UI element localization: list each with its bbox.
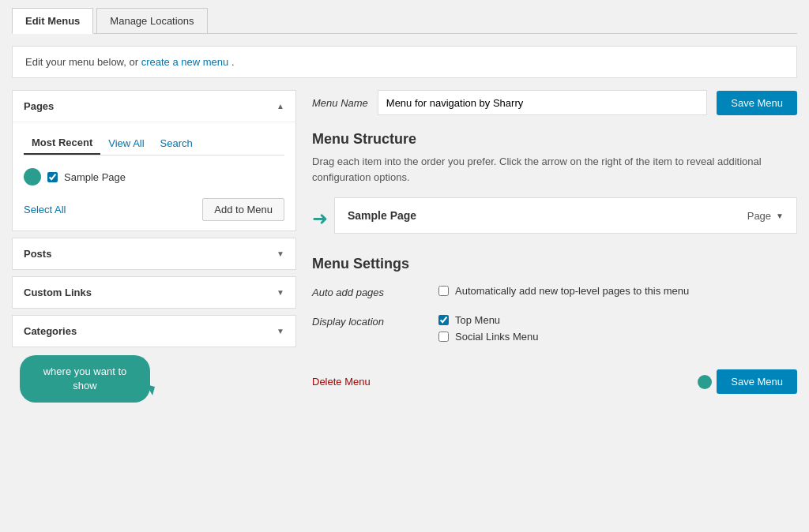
save-menu-button-top[interactable]: Save Menu [717, 91, 797, 115]
auto-add-pages-row: Auto add pages Automatically add new top… [312, 279, 797, 308]
main-content: Pages ▲ Most Recent View All Search Samp… [12, 90, 797, 434]
top-menu-row: Top Menu [438, 314, 797, 326]
select-all-link[interactable]: Select All [24, 204, 66, 215]
pages-sub-tabs: Most Recent View All Search [24, 132, 284, 155]
display-location-row: Display location Top Menu Social Links M… [312, 308, 797, 354]
custom-links-title: Custom Links [24, 287, 92, 298]
right-panel: Menu Name Save Menu Menu Structure Drag … [312, 90, 797, 402]
menu-item-container: ➜ Sample Page Page ▼ [312, 197, 797, 240]
menu-item-type-label: Page [747, 210, 771, 222]
delete-menu-link[interactable]: Delete Menu [312, 376, 371, 388]
notice-text: Edit your menu below, or [25, 56, 141, 68]
bottom-row: Delete Menu Save Menu [312, 369, 797, 402]
social-links-row: Social Links Menu [438, 331, 797, 343]
pages-accordion-body: Most Recent View All Search Sample Page … [13, 122, 295, 230]
bottom-annotation-area: where you want toshow [12, 355, 296, 434]
categories-section: Categories ▼ [12, 315, 296, 347]
top-menu-checkbox[interactable] [438, 315, 449, 325]
notice-bar: Edit your menu below, or create a new me… [12, 46, 797, 78]
menu-structure-desc: Drag each item into the order you prefer… [312, 154, 797, 185]
top-menu-label: Top Menu [455, 314, 500, 326]
sample-page-checkbox[interactable] [47, 172, 58, 182]
auto-add-label: Auto add pages [312, 285, 423, 298]
posts-accordion-header[interactable]: Posts ▼ [13, 238, 295, 269]
menu-structure-title: Menu Structure [312, 131, 797, 148]
sample-page-menu-item[interactable]: Sample Page Page ▼ [334, 197, 797, 234]
menu-settings-section: Menu Settings Auto add pages Automatical… [312, 256, 797, 354]
pages-footer: Select All Add to Menu [24, 198, 284, 221]
left-panel: Pages ▲ Most Recent View All Search Samp… [12, 90, 296, 434]
menu-name-input[interactable] [378, 90, 707, 115]
cursor-indicator [24, 168, 41, 185]
display-location-content: Top Menu Social Links Menu [438, 314, 797, 347]
auto-add-content: Automatically add new top-level pages to… [438, 285, 797, 302]
tab-search[interactable]: Search [152, 132, 201, 155]
tooltip-text: where you want toshow [43, 365, 127, 392]
pages-chevron-icon: ▲ [277, 102, 284, 111]
sample-page-row: Sample Page [24, 165, 284, 189]
auto-add-checkbox-row: Automatically add new top-level pages to… [438, 285, 797, 297]
posts-chevron-icon: ▼ [277, 249, 284, 258]
pages-section: Pages ▲ Most Recent View All Search Samp… [12, 90, 296, 231]
menu-item-type: Page ▼ [747, 210, 784, 222]
categories-title: Categories [24, 325, 77, 337]
categories-accordion-header[interactable]: Categories ▼ [13, 316, 295, 347]
menu-name-row: Menu Name Save Menu [312, 90, 797, 115]
save-bottom-area: Save Menu [698, 369, 797, 394]
notice-suffix: . [231, 56, 235, 68]
menu-item-chevron-icon[interactable]: ▼ [776, 212, 784, 220]
custom-links-chevron-icon: ▼ [277, 288, 284, 297]
auto-add-description: Automatically add new top-level pages to… [455, 285, 689, 297]
tab-manage-locations[interactable]: Manage Locations [96, 8, 207, 33]
auto-add-checkbox[interactable] [438, 286, 449, 296]
cursor-dot-icon [698, 375, 712, 389]
tabs-bar: Edit Menus Manage Locations [12, 8, 797, 34]
menu-structure-section: Menu Structure Drag each item into the o… [312, 131, 797, 240]
categories-chevron-icon: ▼ [277, 327, 284, 335]
tab-most-recent[interactable]: Most Recent [24, 132, 100, 155]
sample-page-label: Sample Page [64, 171, 126, 183]
tooltip-bubble: where you want toshow [20, 355, 150, 403]
pages-title: Pages [24, 100, 54, 112]
menu-settings-title: Menu Settings [312, 256, 797, 272]
menu-name-label: Menu Name [312, 97, 368, 109]
pages-accordion-header[interactable]: Pages ▲ [13, 91, 295, 122]
custom-links-section: Custom Links ▼ [12, 276, 296, 309]
posts-title: Posts [24, 248, 51, 260]
green-arrow-icon: ➜ [312, 208, 328, 230]
tab-view-all[interactable]: View All [100, 132, 152, 155]
add-to-menu-button[interactable]: Add to Menu [202, 198, 284, 221]
social-links-checkbox[interactable] [438, 332, 449, 342]
custom-links-accordion-header[interactable]: Custom Links ▼ [13, 277, 295, 308]
display-location-label: Display location [312, 314, 423, 328]
save-menu-button-bottom[interactable]: Save Menu [717, 369, 797, 394]
tab-edit-menus[interactable]: Edit Menus [12, 8, 93, 34]
social-links-label: Social Links Menu [455, 331, 539, 343]
create-new-menu-link[interactable]: create a new menu [141, 56, 229, 68]
menu-item-label: Sample Page [348, 209, 416, 222]
posts-section: Posts ▼ [12, 238, 296, 270]
